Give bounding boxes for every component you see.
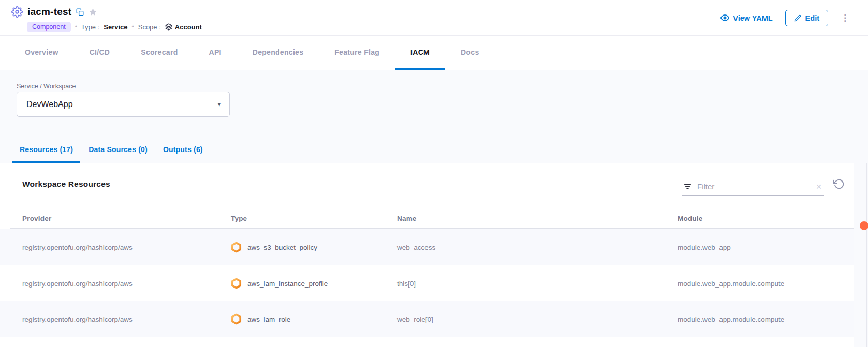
tab-feature-flag[interactable]: Feature Flag (319, 36, 395, 70)
table-body: registry.opentofu.org/hashicorp/aws aws_… (0, 229, 854, 337)
cell-module: module.web_app.module.compute (678, 280, 784, 288)
opentofu-resource-icon (231, 242, 242, 252)
scope-label: Scope : (138, 23, 161, 31)
subtab-outputs[interactable]: Outputs (6) (156, 141, 210, 163)
type-label: Type : (81, 23, 99, 31)
tab-cicd[interactable]: CI/CD (74, 36, 126, 70)
column-header-provider: Provider (22, 215, 51, 222)
favorite-star-icon[interactable] (89, 8, 97, 17)
column-header-type: Type (231, 215, 247, 222)
subtab-data-sources[interactable]: Data Sources (0) (81, 141, 155, 163)
right-gutter (854, 163, 868, 347)
account-layers-icon (165, 23, 172, 31)
table-row[interactable]: registry.opentofu.org/hashicorp/aws aws_… (0, 301, 854, 337)
component-badge: Component (27, 22, 71, 32)
tab-docs[interactable]: Docs (445, 36, 494, 70)
workspace-resources-panel: Workspace Resources ✕ Provider Type Name… (0, 163, 854, 347)
clear-filter-icon[interactable]: ✕ (816, 183, 822, 191)
header-actions: View YAML Edit ⋮⋮ (720, 0, 849, 36)
component-gear-icon (11, 6, 23, 18)
workspace-select-value: DevWebApp (26, 100, 73, 109)
entity-meta-row: Component • Type : Service • Scope : Acc… (27, 22, 202, 32)
panel-title: Workspace Resources (22, 179, 110, 189)
view-yaml-button[interactable]: View YAML (720, 13, 772, 22)
table-header-row: Provider Type Name Module (0, 215, 854, 228)
scope-value-wrap: Account (165, 23, 202, 31)
tab-dependencies[interactable]: Dependencies (237, 36, 319, 70)
cell-module: module.web_app (678, 243, 731, 251)
page-header: iacm-test Component • Type : Service • S… (0, 0, 868, 36)
pencil-icon (794, 14, 801, 22)
cell-provider: registry.opentofu.org/hashicorp/aws (22, 280, 133, 288)
title-row: iacm-test (11, 6, 97, 18)
cell-name: this[0] (397, 280, 416, 288)
table-row[interactable]: registry.opentofu.org/hashicorp/aws aws_… (0, 265, 854, 301)
kebab-menu-icon[interactable]: ⋮⋮ (841, 13, 849, 22)
table-row[interactable]: registry.opentofu.org/hashicorp/aws aws_… (0, 229, 854, 265)
edit-button-label: Edit (805, 14, 819, 22)
opentofu-resource-icon (231, 314, 242, 325)
page-title: iacm-test (27, 6, 71, 18)
eye-icon (720, 13, 729, 22)
cell-type-label: aws_iam_instance_profile (247, 280, 328, 288)
cell-type: aws_s3_bucket_policy (231, 242, 317, 252)
column-header-module: Module (678, 215, 702, 222)
filter-input[interactable] (697, 182, 811, 191)
cell-name: web_role[0] (397, 315, 433, 323)
tab-overview[interactable]: Overview (9, 36, 74, 70)
workspace-select[interactable]: DevWebApp ▾ (17, 92, 230, 117)
entity-tabbar: Overview CI/CD Scorecard API Dependencie… (0, 36, 868, 70)
scope-value: Account (175, 23, 202, 31)
filter-box: ✕ (682, 177, 824, 196)
copy-icon[interactable] (76, 8, 84, 16)
notification-dot (860, 221, 868, 230)
scroll-track-line (866, 163, 867, 347)
cell-module: module.web_app.module.compute (678, 315, 784, 323)
opentofu-resource-icon (231, 278, 242, 289)
subtab-resources[interactable]: Resources (17) (12, 141, 80, 163)
iacm-tab-content: Service / Workspace DevWebApp ▾ Resource… (0, 70, 868, 347)
cell-type: aws_iam_role (231, 314, 290, 325)
tab-iacm[interactable]: IACM (395, 36, 445, 70)
refresh-icon[interactable] (833, 178, 845, 190)
view-yaml-label: View YAML (733, 14, 772, 22)
filter-icon (683, 182, 692, 191)
cell-type: aws_iam_instance_profile (231, 278, 328, 289)
iacm-subtabs: Resources (17) Data Sources (0) Outputs … (12, 141, 210, 163)
cell-name: web_access (397, 243, 435, 251)
column-header-name: Name (397, 215, 417, 222)
workspace-select-label: Service / Workspace (17, 83, 76, 90)
cell-type-label: aws_s3_bucket_policy (247, 243, 317, 251)
type-value: Service (104, 23, 127, 31)
cell-type-label: aws_iam_role (247, 315, 290, 323)
separator-dot: • (132, 23, 134, 31)
edit-button[interactable]: Edit (785, 10, 828, 26)
chevron-down-icon: ▾ (217, 100, 221, 108)
tab-scorecard[interactable]: Scorecard (125, 36, 193, 70)
cell-provider: registry.opentofu.org/hashicorp/aws (22, 243, 133, 251)
separator-dot: • (75, 23, 77, 31)
cell-provider: registry.opentofu.org/hashicorp/aws (22, 315, 133, 323)
tab-api[interactable]: API (193, 36, 237, 70)
